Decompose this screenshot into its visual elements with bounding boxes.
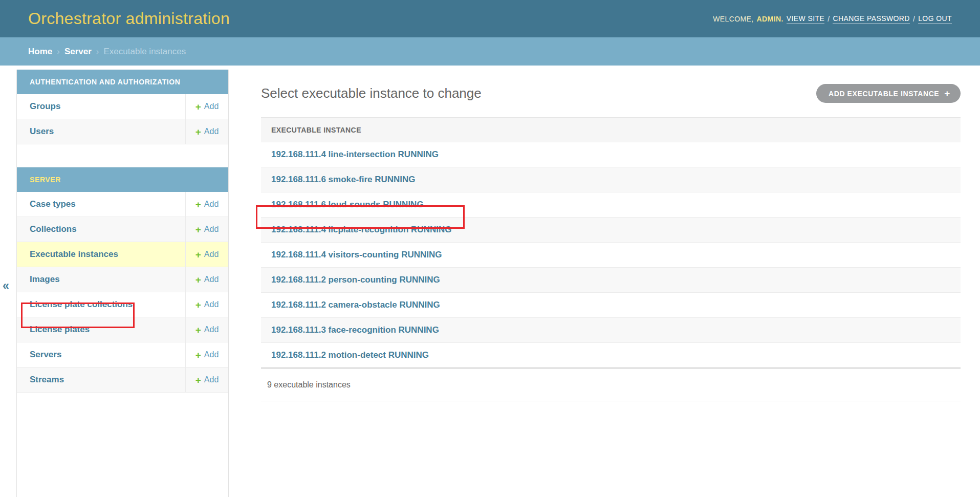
add-collections-link[interactable]: Add: [204, 225, 219, 234]
sidebar-item-images: Images + Add: [17, 267, 228, 292]
sidebar-item-users-link[interactable]: Users: [30, 126, 54, 137]
plus-icon: +: [195, 200, 201, 209]
add-license-plates-link[interactable]: Add: [204, 325, 219, 334]
instance-link[interactable]: 192.168.111.6 loud-sounds RUNNING: [271, 200, 424, 210]
log-out-link[interactable]: LOG OUT: [918, 14, 952, 24]
plus-icon: +: [195, 325, 201, 335]
executable-instances-table: EXECUTABLE INSTANCE 192.168.111.4 line-i…: [261, 117, 961, 401]
table-row: 192.168.111.6 loud-sounds RUNNING: [261, 192, 961, 218]
sidebar-section-server: SERVER: [17, 167, 228, 192]
sidebar-item-license-plates: License plates + Add: [17, 317, 228, 342]
instance-link[interactable]: 192.168.111.4 line-intersection RUNNING: [271, 149, 439, 160]
add-servers-link[interactable]: Add: [204, 350, 219, 359]
sidebar-item-case-types-link[interactable]: Case types: [30, 199, 76, 209]
sidebar-collapse-icon[interactable]: «: [3, 279, 9, 293]
table-row: 192.168.111.4 visitors-counting RUNNING: [261, 243, 961, 268]
sidebar-item-streams: Streams + Add: [17, 368, 228, 393]
table-row: 192.168.111.3 face-recognition RUNNING: [261, 318, 961, 343]
table-row: 192.168.111.2 person-counting RUNNING: [261, 268, 961, 293]
sidebar-item-users: Users + Add: [17, 119, 228, 144]
add-license-plate-collections-link[interactable]: Add: [204, 300, 219, 309]
breadcrumb-server[interactable]: Server: [64, 47, 92, 57]
instance-link[interactable]: 192.168.111.2 camera-obstacle RUNNING: [271, 300, 440, 310]
table-row: 192.168.111.4 line-intersection RUNNING: [261, 142, 961, 167]
plus-icon: +: [195, 350, 201, 360]
instance-link[interactable]: 192.168.111.2 motion-detect RUNNING: [271, 350, 429, 360]
sidebar-item-license-plate-collections-link[interactable]: License plate collections: [30, 299, 133, 310]
sidebar-item-streams-add: + Add: [185, 368, 228, 392]
column-header-executable-instance[interactable]: EXECUTABLE INSTANCE: [271, 126, 361, 134]
sidebar-item-case-types-add: + Add: [185, 192, 228, 217]
sidebar-module-gap: [17, 144, 228, 167]
breadcrumb-separator-icon: ›: [57, 47, 60, 57]
app-header: Orchestrator administration WELCOME, ADM…: [0, 0, 980, 37]
plus-icon: +: [195, 225, 201, 234]
main-content: Select executable instance to change ADD…: [229, 66, 980, 497]
add-users-link[interactable]: Add: [204, 127, 219, 136]
breadcrumb-current: Executable instances: [104, 47, 186, 57]
plus-icon: +: [195, 102, 201, 112]
change-password-link[interactable]: CHANGE PASSWORD: [833, 14, 909, 24]
sidebar-server-items: Case types + Add Collections + Add Execu…: [17, 192, 228, 393]
sidebar-item-servers-add: + Add: [185, 342, 228, 367]
table-rows: 192.168.111.4 line-intersection RUNNING …: [261, 142, 961, 368]
table-row: 192.168.111.2 camera-obstacle RUNNING: [261, 293, 961, 318]
sidebar-item-executable-instances-add: + Add: [185, 242, 228, 267]
breadcrumb-separator-icon: ›: [96, 47, 99, 57]
add-groups-link[interactable]: Add: [204, 102, 219, 111]
sidebar-section-auth: AUTHENTICATION AND AUTHORIZATION: [17, 70, 228, 94]
instance-link[interactable]: 192.168.111.4 licplate-recognition RUNNI…: [271, 225, 451, 235]
page-title: Select executable instance to change: [261, 85, 482, 101]
plus-icon: +: [195, 300, 201, 310]
view-site-link[interactable]: VIEW SITE: [787, 14, 824, 24]
table-row: 192.168.111.6 smoke-fire RUNNING: [261, 167, 961, 192]
sidebar-item-streams-link[interactable]: Streams: [30, 375, 64, 385]
plus-icon: +: [195, 275, 201, 285]
sidebar-item-license-plates-link[interactable]: License plates: [30, 325, 90, 335]
instance-link[interactable]: 192.168.111.4 visitors-counting RUNNING: [271, 250, 442, 260]
add-case-types-link[interactable]: Add: [204, 200, 219, 209]
plus-icon: +: [195, 127, 201, 137]
breadcrumb: Home › Server › Executable instances: [0, 37, 980, 66]
add-button-label: ADD EXECUTABLE INSTANCE: [829, 90, 939, 98]
table-column-header: EXECUTABLE INSTANCE: [261, 117, 961, 142]
sidebar-item-license-plate-collections: License plate collections + Add: [17, 292, 228, 317]
sidebar-item-groups-add: + Add: [185, 94, 228, 119]
username: ADMIN.: [757, 15, 783, 23]
add-executable-instance-button[interactable]: ADD EXECUTABLE INSTANCE +: [816, 84, 961, 103]
table-footer: 9 executable instances: [261, 368, 961, 401]
sidebar-item-license-plate-collections-add: + Add: [185, 292, 228, 317]
sidebar-item-servers: Servers + Add: [17, 342, 228, 368]
add-streams-link[interactable]: Add: [204, 375, 219, 384]
left-gutter: «: [0, 66, 16, 497]
sidebar-item-executable-instances-link[interactable]: Executable instances: [30, 249, 118, 260]
table-row: 192.168.111.4 licplate-recognition RUNNI…: [261, 218, 961, 243]
table-row: 192.168.111.2 motion-detect RUNNING: [261, 343, 961, 368]
add-executable-instances-link[interactable]: Add: [204, 250, 219, 259]
plus-icon: +: [195, 375, 201, 385]
link-separator: /: [913, 15, 915, 23]
add-images-link[interactable]: Add: [204, 275, 219, 284]
sidebar-section-auth-link[interactable]: AUTHENTICATION AND AUTHORIZATION: [30, 78, 181, 86]
sidebar-section-server-link[interactable]: SERVER: [30, 176, 61, 184]
sidebar-auth-items: Groups + Add Users + Add: [17, 94, 228, 144]
sidebar-item-images-link[interactable]: Images: [30, 274, 60, 285]
link-separator: /: [827, 15, 830, 23]
instance-link[interactable]: 192.168.111.3 face-recognition RUNNING: [271, 325, 439, 335]
sidebar-item-collections: Collections + Add: [17, 217, 228, 242]
instance-count: 9 executable instances: [267, 380, 351, 390]
sidebar-item-collections-add: + Add: [185, 217, 228, 242]
instance-link[interactable]: 192.168.111.2 person-counting RUNNING: [271, 275, 440, 285]
plus-icon: +: [195, 250, 201, 260]
sidebar-item-collections-link[interactable]: Collections: [30, 224, 77, 234]
sidebar-item-users-add: + Add: [185, 119, 228, 144]
sidebar-item-servers-link[interactable]: Servers: [30, 350, 61, 360]
site-title[interactable]: Orchestrator administration: [28, 9, 230, 28]
sidebar-item-images-add: + Add: [185, 267, 228, 292]
sidebar-item-groups-link[interactable]: Groups: [30, 101, 60, 112]
breadcrumb-home[interactable]: Home: [28, 47, 52, 57]
instance-link[interactable]: 192.168.111.6 smoke-fire RUNNING: [271, 175, 416, 185]
sidebar-item-groups: Groups + Add: [17, 94, 228, 119]
plus-icon: +: [944, 89, 950, 98]
sidebar-item-case-types: Case types + Add: [17, 192, 228, 217]
